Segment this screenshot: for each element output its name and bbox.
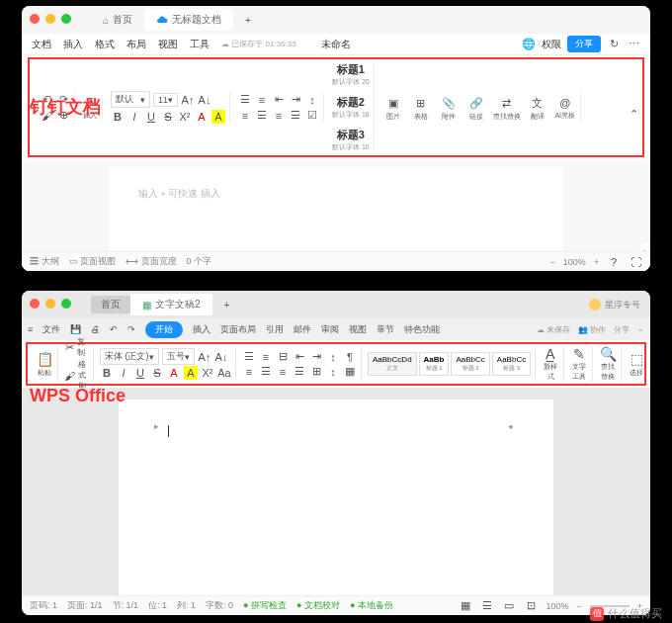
menu-start[interactable]: 开始: [145, 321, 183, 338]
style-normal[interactable]: AaBbCcDd正文: [368, 352, 417, 376]
minimize-icon[interactable]: [45, 299, 55, 309]
sort-icon[interactable]: ↕: [326, 350, 340, 364]
highlight-icon[interactable]: A: [211, 110, 225, 124]
font-inc-icon[interactable]: A↑: [198, 350, 211, 364]
permission-button[interactable]: 权限: [542, 38, 561, 51]
attach-button[interactable]: 📎附件: [438, 93, 460, 122]
style-h1[interactable]: AaBb标题 1: [419, 352, 450, 376]
heading3[interactable]: 标题3默认字体 16: [332, 128, 370, 152]
shading-icon[interactable]: ▦: [343, 365, 357, 379]
copy-button[interactable]: 复制: [77, 336, 89, 358]
print-icon[interactable]: 🖨: [91, 324, 100, 334]
multilevel-icon[interactable]: ⊟: [276, 350, 290, 364]
menu-format[interactable]: 格式: [95, 38, 115, 51]
menu-special[interactable]: 特色功能: [404, 323, 440, 336]
help-icon[interactable]: ?: [607, 255, 621, 269]
lineheight-icon[interactable]: ↕: [305, 93, 319, 107]
outdent-icon[interactable]: ⇤: [293, 350, 306, 364]
chevron-icon[interactable]: ⌄: [637, 324, 644, 335]
number-icon[interactable]: ≡: [259, 350, 273, 364]
maximize-icon[interactable]: [61, 14, 71, 24]
superscript-icon[interactable]: X²: [178, 110, 192, 124]
zoom-in[interactable]: +: [594, 257, 599, 267]
outdent-icon[interactable]: ⇤: [272, 93, 286, 107]
close-icon[interactable]: [30, 299, 40, 309]
align-right-icon[interactable]: ≡: [276, 365, 290, 379]
menu-review[interactable]: 审阅: [321, 323, 339, 336]
share-button[interactable]: 分享: [614, 324, 630, 335]
font-select[interactable]: 宋体 (正文) ▾: [100, 348, 159, 365]
translate-button[interactable]: 文翻译: [527, 93, 548, 122]
underline-icon[interactable]: U: [144, 110, 158, 124]
tab-add[interactable]: +: [233, 11, 263, 30]
menu-insert[interactable]: 插入: [193, 323, 210, 336]
page[interactable]: ▸ ◂: [119, 400, 553, 607]
align-right-icon[interactable]: ≡: [272, 109, 286, 123]
tab-home[interactable]: ⌂首页: [91, 9, 144, 31]
menu-mail[interactable]: 邮件: [294, 323, 311, 336]
font-dec-icon[interactable]: A↓: [198, 93, 211, 107]
newstyle-button[interactable]: A̲新样式: [538, 346, 564, 382]
menu-icon[interactable]: ≡: [28, 324, 33, 334]
cut-icon[interactable]: ✂: [64, 340, 74, 354]
pagewidth-toggle[interactable]: ⟷ 页面宽度: [126, 255, 177, 268]
color-icon[interactable]: A: [195, 110, 209, 124]
menu-file[interactable]: 文件: [42, 323, 60, 336]
menu-ref[interactable]: 引用: [266, 323, 284, 336]
outline-toggle[interactable]: ☰ 大纲: [30, 255, 59, 268]
zoom-level[interactable]: 100%: [546, 601, 568, 611]
indent-icon[interactable]: ⇥: [309, 350, 323, 364]
user-label[interactable]: 星淳专号: [589, 299, 650, 312]
find-button[interactable]: ⇄查找替换: [493, 93, 521, 122]
highlight-icon[interactable]: A: [184, 366, 198, 380]
sup-icon[interactable]: X²: [201, 366, 214, 380]
zoom-out[interactable]: −: [576, 601, 581, 611]
view4-icon[interactable]: ⊡: [524, 599, 538, 613]
size-select[interactable]: 11 ▾: [153, 93, 178, 107]
bold-icon[interactable]: B: [111, 110, 125, 124]
lineheight-icon[interactable]: ↕: [326, 365, 340, 379]
coop-button[interactable]: 👥 协作: [578, 324, 606, 335]
strike-icon[interactable]: S: [150, 366, 164, 380]
view2-icon[interactable]: ☰: [480, 599, 494, 613]
align-center-icon[interactable]: ☰: [259, 365, 273, 379]
view3-icon[interactable]: ▭: [502, 599, 516, 613]
view1-icon[interactable]: ▦: [459, 599, 472, 613]
menu-tools[interactable]: 工具: [190, 38, 210, 51]
textool-button[interactable]: ✎文字工具: [566, 346, 593, 382]
tab-document[interactable]: 无标题文档: [144, 9, 233, 31]
bullet-icon[interactable]: ☰: [238, 93, 252, 107]
history-icon[interactable]: ↻: [607, 38, 621, 51]
align-left-icon[interactable]: ≡: [238, 109, 252, 123]
find-button[interactable]: 🔍查找替换: [595, 346, 622, 382]
distribute-icon[interactable]: ⊞: [309, 365, 323, 379]
strike-icon[interactable]: S: [161, 110, 175, 124]
tab-document[interactable]: ▦文字文稿2: [130, 294, 212, 315]
style-h2[interactable]: AaBbCc标题 2: [451, 352, 489, 376]
font-inc-icon[interactable]: A↑: [181, 93, 195, 107]
more-icon[interactable]: ⋯: [627, 38, 640, 51]
heading2[interactable]: 标题2默认字体 18: [332, 95, 370, 120]
bold-icon[interactable]: B: [100, 366, 114, 380]
pageview-toggle[interactable]: ▭ 页面视图: [69, 255, 117, 268]
paste-button[interactable]: 📋粘贴: [32, 346, 58, 382]
align-center-icon[interactable]: ☰: [255, 109, 269, 123]
tab-add[interactable]: +: [212, 296, 242, 314]
size-select[interactable]: 五号 ▾: [162, 348, 195, 365]
page-num[interactable]: 页码: 1: [30, 599, 57, 612]
font-dec-icon[interactable]: A↓: [214, 350, 228, 364]
style-h3[interactable]: AaBbCc标题 3: [492, 352, 531, 376]
maximize-icon[interactable]: [61, 299, 71, 309]
menu-layout[interactable]: 布局: [126, 38, 146, 51]
heading1[interactable]: 标题1默认字体 20: [332, 62, 370, 87]
table-button[interactable]: ⊞表格: [410, 93, 432, 122]
image-button[interactable]: ▣图片: [382, 93, 404, 122]
justify-icon[interactable]: ☰: [293, 365, 306, 379]
save-icon[interactable]: 💾: [70, 324, 81, 334]
zoom-out[interactable]: −: [549, 257, 554, 267]
case-icon[interactable]: Aa: [217, 366, 231, 380]
menu-view[interactable]: 视图: [349, 323, 367, 336]
undo-icon[interactable]: ↶: [110, 324, 118, 334]
ai-button[interactable]: @AI黑板: [554, 93, 576, 122]
globe-icon[interactable]: 🌐: [522, 38, 536, 51]
